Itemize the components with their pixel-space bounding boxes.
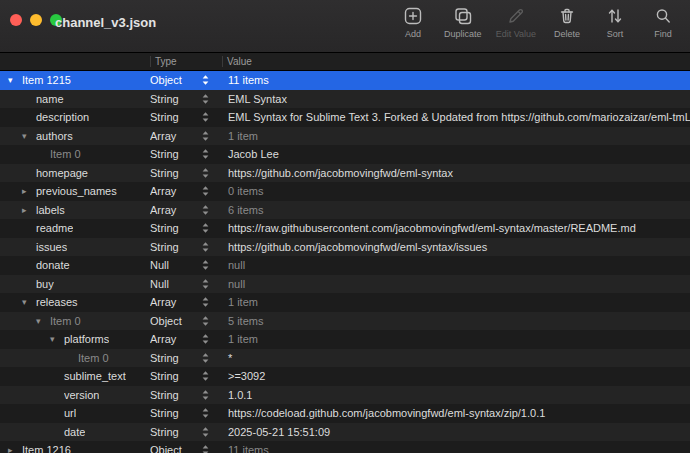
tree-row[interactable]: issuesStringhttps://github.com/jacobmovi…	[0, 238, 690, 257]
chevron-right-icon[interactable]: ▸	[22, 186, 36, 196]
chevron-down-icon[interactable]: ▾	[22, 131, 36, 141]
type-stepper-icon[interactable]	[201, 204, 210, 216]
tree-row[interactable]: ▾platformsArray1 item	[0, 330, 690, 349]
row-value: >=3092	[222, 370, 690, 382]
tree-row[interactable]: nameStringEML Syntax	[0, 90, 690, 109]
row-key: authors	[36, 130, 73, 142]
type-stepper-icon[interactable]	[201, 296, 210, 308]
row-key: Item 0	[50, 315, 81, 327]
row-key: readme	[36, 222, 73, 234]
type-stepper-icon[interactable]	[201, 148, 210, 160]
titlebar: channel_v3.json Add Duplicate Edit Value…	[0, 0, 690, 53]
type-stepper-icon[interactable]	[201, 444, 210, 453]
type-stepper-icon[interactable]	[201, 93, 210, 105]
find-button-label: Find	[654, 29, 672, 39]
row-type: String	[150, 352, 179, 364]
tree-row[interactable]: sublime_textString>=3092	[0, 367, 690, 386]
close-button[interactable]	[10, 14, 22, 26]
chevron-down-icon[interactable]: ▾	[8, 75, 22, 85]
tree-row[interactable]: donateNullnull	[0, 256, 690, 275]
type-stepper-icon[interactable]	[201, 111, 210, 123]
row-key: version	[64, 389, 99, 401]
tree-row[interactable]: buyNullnull	[0, 275, 690, 294]
tree-row[interactable]: homepageStringhttps://github.com/jacobmo…	[0, 164, 690, 183]
type-stepper-icon[interactable]	[201, 222, 210, 234]
find-button[interactable]: Find	[646, 5, 680, 39]
row-value: null	[222, 278, 690, 290]
tree-row[interactable]: versionString1.0.1	[0, 386, 690, 405]
type-stepper-icon[interactable]	[201, 389, 210, 401]
tree-row[interactable]: ▸Item 1216Object11 items	[0, 441, 690, 453]
type-stepper-icon[interactable]	[201, 167, 210, 179]
tree-row[interactable]: descriptionStringEML Syntax for Sublime …	[0, 108, 690, 127]
type-stepper-icon[interactable]	[201, 315, 210, 327]
row-key: Item 0	[78, 352, 109, 364]
row-type: Array	[150, 296, 176, 308]
type-stepper-icon[interactable]	[201, 426, 210, 438]
delete-button[interactable]: Delete	[550, 5, 584, 39]
tree-row[interactable]: Item 0String*	[0, 349, 690, 368]
edit-value-button[interactable]: Edit Value	[496, 5, 536, 39]
tree-row[interactable]: ▾Item 1215Object11 items	[0, 71, 690, 90]
type-stepper-icon[interactable]	[201, 407, 210, 419]
chevron-right-icon[interactable]: ▸	[8, 445, 22, 453]
type-stepper-icon[interactable]	[201, 259, 210, 271]
toolbar: Add Duplicate Edit Value Delete Sort	[396, 5, 680, 39]
tree-row[interactable]: urlStringhttps://codeload.github.com/jac…	[0, 404, 690, 423]
trash-icon	[557, 5, 577, 27]
chevron-down-icon[interactable]: ▾	[36, 316, 50, 326]
type-stepper-icon[interactable]	[201, 130, 210, 142]
row-type: String	[150, 407, 179, 419]
row-key: description	[36, 111, 89, 123]
row-value: *	[222, 352, 690, 364]
row-type: Array	[150, 333, 176, 345]
duplicate-button[interactable]: Duplicate	[444, 5, 482, 39]
row-type: Array	[150, 185, 176, 197]
add-button[interactable]: Add	[396, 5, 430, 39]
row-key: url	[64, 407, 76, 419]
row-key: issues	[36, 241, 67, 253]
sort-arrows-icon	[605, 5, 625, 27]
tree-row[interactable]: ▾releasesArray1 item	[0, 293, 690, 312]
tree-row[interactable]: ▾authorsArray1 item	[0, 127, 690, 146]
row-value: 1 item	[222, 296, 690, 308]
chevron-down-icon[interactable]: ▾	[22, 297, 36, 307]
row-type: Array	[150, 130, 176, 142]
row-value: 1 item	[222, 333, 690, 345]
tree-row[interactable]: readmeStringhttps://raw.githubuserconten…	[0, 219, 690, 238]
pencil-icon	[506, 5, 526, 27]
row-key: donate	[36, 259, 70, 271]
duplicate-icon	[453, 5, 473, 27]
type-stepper-icon[interactable]	[201, 241, 210, 253]
type-stepper-icon[interactable]	[201, 370, 210, 382]
type-stepper-icon[interactable]	[201, 278, 210, 290]
row-type: String	[150, 93, 179, 105]
tree-row[interactable]: dateString2025-05-21 15:51:09	[0, 423, 690, 442]
type-stepper-icon[interactable]	[201, 185, 210, 197]
chevron-right-icon[interactable]: ▸	[22, 205, 36, 215]
tree-row[interactable]: Item 0StringJacob Lee	[0, 145, 690, 164]
tree-row[interactable]: ▸labelsArray6 items	[0, 201, 690, 220]
row-key: labels	[36, 204, 65, 216]
type-stepper-icon[interactable]	[201, 352, 210, 364]
row-type: Object	[150, 315, 182, 327]
row-key: previous_names	[36, 185, 117, 197]
row-value: 1 item	[222, 130, 690, 142]
row-value: EML Syntax	[222, 93, 690, 105]
minimize-button[interactable]	[30, 14, 42, 26]
type-stepper-icon[interactable]	[201, 333, 210, 345]
row-type: String	[150, 111, 179, 123]
row-key: date	[64, 426, 85, 438]
row-value: 6 items	[222, 204, 690, 216]
row-key: Item 1215	[22, 74, 71, 86]
tree-row[interactable]: ▸previous_namesArray0 items	[0, 182, 690, 201]
chevron-down-icon[interactable]: ▾	[50, 334, 64, 344]
type-stepper-icon[interactable]	[201, 74, 210, 86]
row-key: platforms	[64, 333, 109, 345]
row-type: String	[150, 167, 179, 179]
sort-button[interactable]: Sort	[598, 5, 632, 39]
row-value: 11 items	[222, 74, 690, 86]
row-type: Null	[150, 278, 169, 290]
row-key: sublime_text	[64, 370, 126, 382]
tree-row[interactable]: ▾Item 0Object5 items	[0, 312, 690, 331]
